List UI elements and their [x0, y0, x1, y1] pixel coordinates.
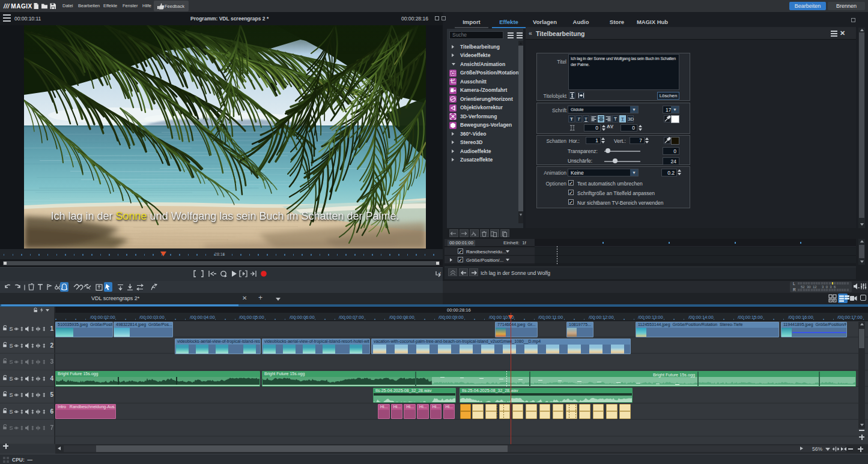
- svg-text:S: S: [10, 392, 13, 398]
- svg-text:S: S: [10, 359, 13, 365]
- svg-text:S: S: [10, 425, 13, 431]
- svg-text:S: S: [10, 376, 13, 382]
- svg-text:f: f: [440, 271, 441, 275]
- svg-text:S: S: [10, 343, 13, 349]
- svg-text:S: S: [10, 409, 13, 415]
- svg-text:S: S: [10, 326, 13, 332]
